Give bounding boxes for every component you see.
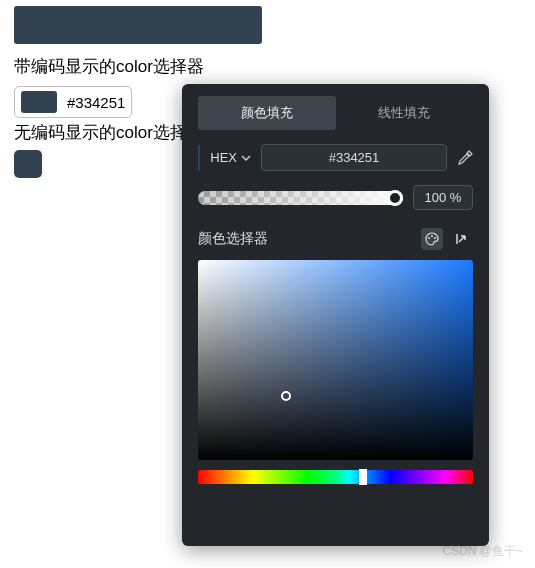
- label-without-code: 无编码显示的color选择器: [14, 121, 204, 144]
- fill-type-tabs: 颜色填充 线性填充: [198, 96, 473, 130]
- collapse-icon[interactable]: [451, 228, 473, 250]
- chevron-down-icon: [241, 153, 251, 163]
- format-row: HEX: [198, 144, 473, 171]
- eyedropper-icon[interactable]: [457, 150, 473, 166]
- svg-point-0: [428, 237, 430, 239]
- hue-slider[interactable]: [198, 470, 473, 484]
- opacity-slider[interactable]: [198, 191, 403, 205]
- palette-icon[interactable]: [421, 228, 443, 250]
- hex-input[interactable]: [261, 144, 447, 171]
- color-input-no-code[interactable]: [14, 150, 42, 178]
- hue-thumb[interactable]: [359, 469, 367, 485]
- svg-point-1: [431, 235, 433, 237]
- section-title: 颜色选择器: [198, 230, 268, 248]
- opacity-row: 100 %: [198, 185, 473, 210]
- opacity-thumb[interactable]: [387, 190, 403, 206]
- opacity-value[interactable]: 100 %: [413, 185, 473, 210]
- tab-solid-fill[interactable]: 颜色填充: [198, 96, 336, 130]
- svg-point-2: [434, 237, 436, 239]
- label-with-code: 带编码显示的color选择器: [14, 55, 204, 78]
- tab-gradient-fill[interactable]: 线性填充: [336, 96, 474, 130]
- selected-color-bar: [14, 6, 262, 44]
- format-selector[interactable]: HEX: [210, 150, 251, 165]
- color-input-with-code[interactable]: #334251: [14, 86, 132, 118]
- color-code-text: #334251: [67, 94, 125, 111]
- current-color-swatch[interactable]: [198, 145, 200, 171]
- section-header-row: 颜色选择器: [198, 228, 473, 250]
- saturation-value-map[interactable]: [198, 260, 473, 460]
- sv-cursor[interactable]: [281, 391, 291, 401]
- format-label: HEX: [210, 150, 237, 165]
- color-picker-popover: 颜色填充 线性填充 HEX 100 % 颜色选择器: [182, 84, 489, 546]
- watermark-text: CSDN @鱼干~: [442, 543, 523, 560]
- color-chip: [21, 91, 57, 113]
